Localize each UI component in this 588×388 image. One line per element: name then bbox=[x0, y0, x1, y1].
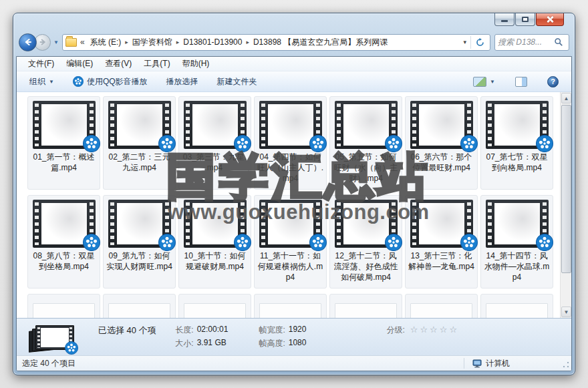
preview-pane-button[interactable] bbox=[508, 74, 535, 89]
breadcrumb-segment-range[interactable]: D13801-D13900 bbox=[182, 35, 243, 49]
qq-player-badge-icon bbox=[234, 135, 251, 152]
command-bar: 组织 ▼ 使用QQ影音播放 播放选择 新建文件夹 ▼ bbox=[17, 71, 571, 92]
views-caret-icon: ▼ bbox=[490, 79, 495, 85]
qq-player-badge-icon bbox=[158, 234, 176, 251]
file-tile-partial[interactable] bbox=[329, 294, 402, 318]
qq-player-badge-icon bbox=[536, 234, 553, 251]
maximize-icon bbox=[522, 17, 529, 22]
breadcrumb-overflow[interactable]: « bbox=[80, 37, 85, 47]
file-tile[interactable]: 13_第十三节：化解神兽—龙龟.mp4 bbox=[405, 195, 478, 288]
frame-height-value: 1080 bbox=[289, 338, 307, 349]
organize-caret-icon: ▼ bbox=[49, 79, 54, 85]
video-thumbnail bbox=[108, 200, 171, 248]
file-name: 02_第二节：三元九运.mp4 bbox=[105, 152, 174, 173]
file-tile[interactable]: 11_第十一节：如何规避横祸伤人.mp4 bbox=[254, 195, 327, 288]
qq-player-badge-icon bbox=[385, 234, 402, 251]
file-tile[interactable]: 05_第五节：如何旺财（水（向）主财）.mp4 bbox=[329, 96, 402, 190]
resize-grip[interactable] bbox=[561, 361, 570, 370]
menu-tools[interactable]: 工具(T) bbox=[138, 57, 176, 71]
file-name: 03_第三节：九星.mp4 bbox=[180, 152, 249, 173]
file-tile-partial[interactable] bbox=[178, 294, 251, 318]
breadcrumb-separator-icon[interactable]: ▸ bbox=[122, 39, 131, 45]
file-tile-partial[interactable] bbox=[27, 294, 100, 318]
file-tile-partial[interactable] bbox=[405, 294, 478, 318]
file-tile[interactable]: 04_第四节：如何旺人（山主人丁）.mp4 bbox=[254, 96, 327, 190]
navigation-bar: ▼ « 系统 (E:) ▸ 国学资料馆 ▸ D13801-D13900 ▸ D1… bbox=[19, 30, 569, 54]
video-thumbnail bbox=[108, 101, 171, 149]
details-column-frame: 帧宽度:1920 帧高度:1080 bbox=[259, 325, 306, 349]
new-folder-button[interactable]: 新建文件夹 bbox=[211, 73, 263, 90]
file-name: 05_第五节：如何旺财（水（向）主财）.mp4 bbox=[331, 152, 400, 184]
qq-player-badge-icon bbox=[536, 135, 553, 152]
address-dropdown-icon[interactable]: ▾ bbox=[459, 39, 470, 45]
duration-label: 长度: bbox=[171, 325, 194, 336]
qq-play-button[interactable]: 使用QQ影音播放 bbox=[67, 73, 154, 90]
file-tile[interactable]: 12_第十二节：风流淫荡、好色成性如何破局.mp4 bbox=[329, 195, 402, 288]
close-button[interactable] bbox=[536, 13, 564, 26]
file-tile[interactable]: 01_第一节：概述篇.mp4 bbox=[27, 96, 100, 190]
qq-player-badge-icon bbox=[83, 135, 100, 152]
status-location: 计算机 bbox=[464, 357, 571, 370]
rating-stars-icon[interactable]: ☆☆☆☆☆ bbox=[410, 325, 459, 336]
scrollbar-thumb[interactable] bbox=[561, 105, 571, 273]
recent-pages-dropdown[interactable]: ▼ bbox=[53, 39, 59, 45]
file-tile[interactable]: 10_第十节：如何规避破财局.mp4 bbox=[178, 195, 251, 288]
menu-help[interactable]: 帮助(H) bbox=[176, 57, 216, 71]
file-tile[interactable]: 06_第六节：那个位置最旺财.mp4 bbox=[405, 96, 478, 190]
forward-arrow-icon bbox=[38, 37, 47, 47]
qq-player-badge-icon bbox=[385, 135, 402, 152]
organize-button[interactable]: 组织 ▼ bbox=[23, 73, 60, 90]
file-tile-partial[interactable] bbox=[480, 294, 553, 318]
computer-icon bbox=[472, 359, 482, 368]
menu-view[interactable]: 查看(V) bbox=[99, 57, 138, 71]
breadcrumb-separator-icon[interactable]: ▸ bbox=[174, 39, 182, 45]
search-input[interactable] bbox=[498, 37, 554, 47]
file-tile[interactable]: 14_第十四节：风水物件—水晶球.mp4 bbox=[480, 195, 553, 288]
rating-label: 分级: bbox=[386, 325, 404, 336]
video-thumbnail bbox=[486, 101, 549, 149]
desktop-background: ▼ « 系统 (E:) ▸ 国学资料馆 ▸ D13801-D13900 ▸ D1… bbox=[0, 0, 588, 388]
file-grid: 01_第一节：概述篇.mp4 02_第二节：三元九运.mp4 03_第三节：九星… bbox=[17, 92, 571, 318]
file-tile-partial[interactable] bbox=[103, 294, 176, 318]
video-thumbnail bbox=[259, 101, 322, 149]
frame-width-value: 1920 bbox=[289, 325, 307, 336]
file-tile[interactable]: 03_第三节：九星.mp4 bbox=[178, 96, 251, 190]
file-name: 12_第十二节：风流淫荡、好色成性如何破局.mp4 bbox=[331, 250, 400, 282]
file-name: 08_第八节：双星到坐格局.mp4 bbox=[29, 250, 98, 272]
file-tile-partial[interactable] bbox=[254, 294, 327, 318]
address-bar[interactable]: « 系统 (E:) ▸ 国学资料馆 ▸ D13801-D13900 ▸ D138… bbox=[62, 34, 490, 51]
search-box[interactable] bbox=[494, 34, 569, 51]
back-button[interactable] bbox=[19, 33, 37, 51]
file-tile[interactable]: 09_第九节：如何实现人财两旺.mp4 bbox=[103, 195, 176, 288]
change-view-button[interactable]: ▼ bbox=[467, 74, 501, 89]
menu-edit[interactable]: 编辑(E) bbox=[60, 57, 99, 71]
file-tile[interactable]: 08_第八节：双星到坐格局.mp4 bbox=[27, 195, 100, 288]
refresh-button[interactable] bbox=[471, 35, 488, 50]
maximize-button[interactable] bbox=[515, 13, 535, 26]
search-icon[interactable] bbox=[554, 37, 563, 47]
video-thumbnail bbox=[486, 200, 549, 248]
help-button[interactable]: ? bbox=[541, 73, 565, 90]
qq-player-badge-icon bbox=[158, 135, 176, 152]
status-location-label: 计算机 bbox=[486, 358, 510, 369]
scroll-up-icon[interactable]: ▲ bbox=[561, 93, 571, 104]
video-thumbnail bbox=[184, 101, 247, 149]
scroll-down-icon[interactable]: ▼ bbox=[561, 307, 571, 317]
menu-file[interactable]: 文件(F) bbox=[22, 57, 60, 71]
menu-bar: 文件(F) 编辑(E) 查看(V) 工具(T) 帮助(H) bbox=[17, 57, 571, 71]
breadcrumb-separator-icon[interactable]: ▸ bbox=[243, 39, 252, 45]
frame-width-label: 帧宽度: bbox=[259, 325, 285, 336]
breadcrumb-segment-current[interactable]: D13898 【易道玄空九宫局】系列网课 bbox=[252, 35, 389, 50]
file-name: 04_第四节：如何旺人（山主人丁）.mp4 bbox=[256, 152, 325, 184]
file-tile[interactable]: 02_第二节：三元九运.mp4 bbox=[103, 96, 176, 190]
qq-player-badge-icon bbox=[460, 135, 478, 152]
minimize-button[interactable] bbox=[494, 13, 514, 26]
file-tile[interactable]: 07_第七节：双星到向格局.mp4 bbox=[480, 96, 553, 190]
play-select-button[interactable]: 播放选择 bbox=[160, 73, 204, 90]
breadcrumb-segment-drive[interactable]: 系统 (E:) bbox=[89, 35, 123, 50]
file-name: 06_第六节：那个位置最旺财.mp4 bbox=[407, 152, 476, 173]
breadcrumb-segment-library[interactable]: 国学资料馆 bbox=[131, 35, 174, 50]
vertical-scrollbar[interactable]: ▲ ▼ bbox=[560, 92, 571, 318]
client-area: 文件(F) 编辑(E) 查看(V) 工具(T) 帮助(H) 组织 ▼ 使用QQ影… bbox=[16, 56, 572, 371]
size-value: 3.91 GB bbox=[197, 338, 227, 349]
